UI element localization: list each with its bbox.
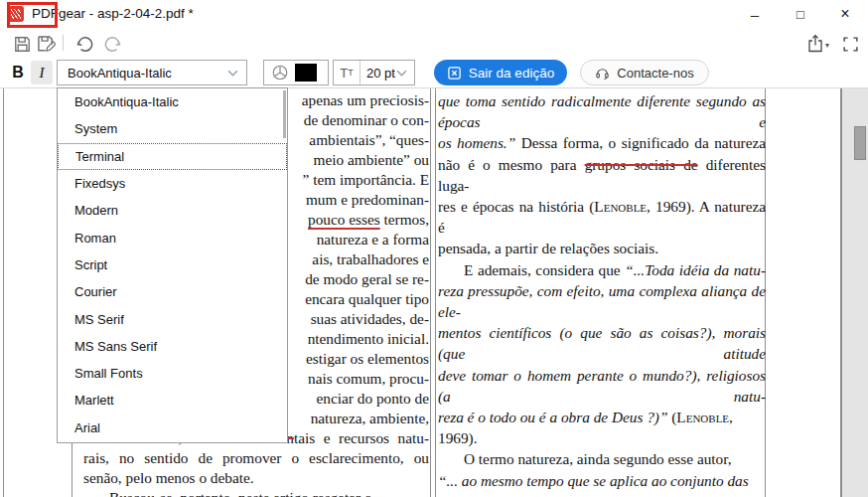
font-dropdown-item[interactable]: BookAntiqua-Italic (58, 88, 287, 115)
text-line: pensada, a partir de relações sociais. (438, 238, 766, 258)
text-line: reza é o todo ou é a obra de Deus ?)” (L… (438, 407, 766, 448)
font-family-value: BookAntiqua-Italic (68, 66, 227, 81)
text-line: “... ao mesmo tempo que se aplica ao con… (438, 470, 766, 497)
font-dropdown-item[interactable]: MS Serif (58, 305, 287, 332)
text-line: não é o mesmo para grupos sociais de dif… (438, 154, 766, 196)
toolbar-separator (63, 35, 64, 51)
pdfgear-logo-icon (8, 6, 24, 22)
font-family-select[interactable]: BookAntiqua-Italic (57, 60, 247, 85)
save-icon[interactable] (11, 33, 33, 55)
color-wheel-icon (271, 64, 289, 82)
font-dropdown-items: BookAntiqua-ItalicSystemTerminalFixedsys… (58, 88, 287, 441)
font-dropdown-item[interactable]: Arial (58, 414, 287, 441)
vertical-scrollbar-thumb[interactable] (854, 126, 866, 160)
pdfgear-window: PDFgear - asp-2-04-2.pdf * – □ × (0, 0, 868, 497)
textbox-border (72, 442, 72, 497)
dropdown-scrollbar-thumb[interactable] (283, 90, 286, 138)
quick-toolbar: ▾ (0, 28, 868, 57)
x-square-icon (447, 66, 462, 81)
title-bar: PDFgear - asp-2-04-2.pdf * – □ × (0, 0, 868, 28)
textbox-border (430, 88, 431, 497)
font-dropdown-item[interactable]: Modern (58, 197, 287, 224)
close-button[interactable]: × (822, 0, 868, 28)
textbox-border (3, 88, 4, 497)
color-swatch-black (295, 64, 317, 82)
font-dropdown-item[interactable]: MS Sans Serif (58, 333, 287, 360)
font-size-value: 20 pt (361, 66, 396, 81)
font-dropdown-item[interactable]: Fixedsys (58, 170, 287, 197)
bold-button[interactable]: B (8, 61, 28, 84)
font-size-icon: TT (334, 61, 361, 84)
italic-button[interactable]: I (31, 61, 53, 84)
share-icon[interactable] (804, 33, 826, 55)
chevron-down-icon (227, 70, 238, 77)
fullscreen-icon[interactable] (839, 33, 861, 55)
font-dropdown-item[interactable]: Script (58, 251, 287, 278)
text-line: O termo natureza, ainda segundo esse aut… (438, 448, 766, 469)
font-dropdown-item[interactable]: System (58, 115, 287, 142)
exit-edit-label: Sair da edição (469, 66, 554, 81)
font-dropdown-item[interactable]: Marlett (58, 387, 287, 414)
font-dropdown-item[interactable]: Small Fonts (58, 360, 287, 387)
save-as-icon[interactable] (35, 33, 57, 55)
text-line: res e épocas na história (Lenoble, 1969)… (438, 196, 766, 238)
text-line: E ademais, considera que “...Toda idéia … (438, 259, 766, 280)
window-title: PDFgear - asp-2-04-2.pdf * (32, 6, 194, 21)
font-size-select[interactable]: TT 20 pt (333, 60, 415, 85)
text-line: reza pressupõe, com efeito, uma complexa… (438, 280, 766, 322)
format-bar: B I BookAntiqua-Italic TT 20 pt Sair da … (0, 57, 868, 88)
text-line: senão, pelo menos o debate. (83, 468, 429, 488)
text-line: Buscou-se, portanto, neste artigo resgat… (83, 488, 429, 497)
text-line: rais, no sentido de promover o esclareci… (83, 448, 429, 468)
font-color-control[interactable] (263, 60, 329, 85)
chevron-down-icon (396, 70, 407, 77)
font-dropdown-list: BookAntiqua-ItalicSystemTerminalFixedsys… (57, 87, 288, 443)
text-line: que toma sentido radicalmente diferente … (438, 90, 766, 132)
textbox-border (435, 88, 436, 497)
minimize-button[interactable]: – (732, 0, 778, 28)
redo-icon[interactable] (101, 33, 123, 55)
maximize-button[interactable]: □ (778, 0, 823, 28)
contact-us-button[interactable]: Contacte-nos (580, 60, 709, 85)
font-dropdown-item[interactable]: Courier (58, 278, 287, 305)
share-caret-icon[interactable]: ▾ (825, 41, 829, 50)
exit-edit-button[interactable]: Sair da edição (434, 60, 567, 85)
contact-us-label: Contacte-nos (617, 66, 693, 81)
text-line: mentos científicos (o que são as coisas?… (438, 322, 766, 364)
text-line: os homens.” Dessa forma, o significado d… (438, 132, 766, 153)
text-line: deve tomar o homem perante o mundo?), re… (438, 365, 766, 407)
undo-icon[interactable] (73, 33, 95, 55)
headset-icon (595, 66, 610, 81)
font-dropdown-item[interactable]: Roman (58, 224, 287, 250)
right-text-column[interactable]: que toma sentido radicalmente diferente … (438, 90, 766, 497)
font-dropdown-item[interactable]: Terminal (58, 143, 287, 170)
